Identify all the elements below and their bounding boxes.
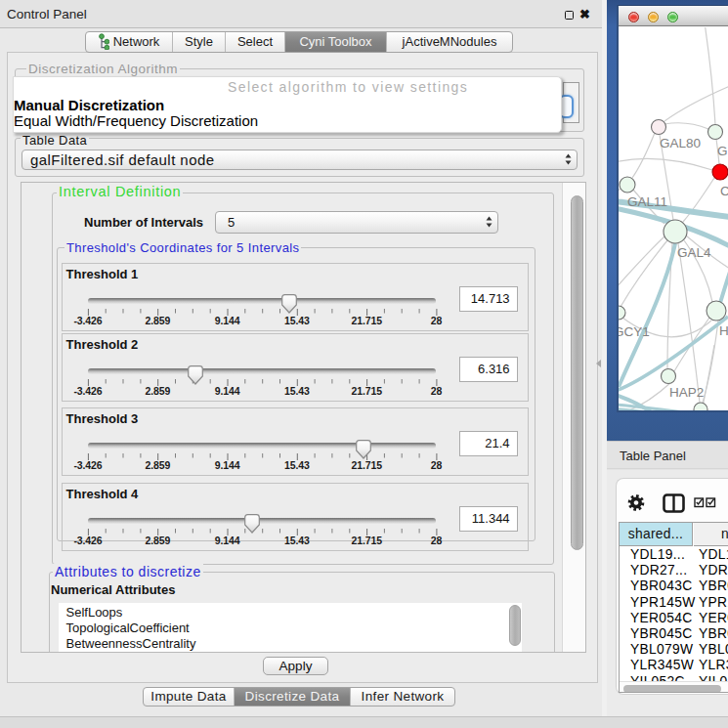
svg-text:GCY1: GCY1	[619, 324, 650, 339]
svg-text:C: C	[720, 184, 728, 198]
svg-text:GAL4: GAL4	[677, 245, 711, 260]
svg-text:GAL80: GAL80	[660, 136, 701, 150]
svg-text:H: H	[719, 323, 728, 338]
svg-text:G: G	[717, 144, 728, 158]
svg-text:HAP2: HAP2	[669, 385, 704, 400]
svg-text:GAL11: GAL11	[627, 194, 667, 209]
